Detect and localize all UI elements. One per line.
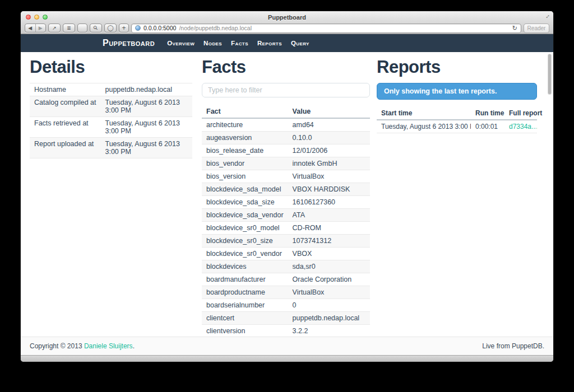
fact-row: bios_release_date 12/01/2006: [202, 144, 370, 157]
refresh-icon[interactable]: ↻: [512, 25, 517, 32]
details-title: Details: [30, 58, 192, 77]
page-footer: Copyright © 2013 Daniele Sluijters. Live…: [21, 337, 553, 355]
fact-value: 0: [288, 299, 370, 312]
facts-section: Facts Fact Value architecture amd64: [202, 58, 370, 337]
fact-name: boardserialnumber: [202, 299, 288, 312]
details-row: Catalog compiled at Tuesday, August 6 20…: [30, 96, 192, 117]
fact-row: architecture amd64: [202, 118, 370, 132]
reports-section: Reports Only showing the last ten report…: [377, 58, 537, 133]
fact-value: amd64: [288, 118, 370, 132]
forward-button[interactable]: ▶: [36, 24, 46, 32]
details-label: Catalog compiled at: [30, 96, 100, 117]
reading-list-icon: ≣: [67, 24, 71, 32]
back-icon: ◀: [28, 24, 32, 32]
fact-value: ATA: [288, 209, 370, 222]
fact-name: bios_release_date: [202, 144, 288, 157]
reports-header-run: Run time: [471, 107, 504, 120]
fact-name: architecture: [202, 118, 288, 132]
details-row: Report uploaded at Tuesday, August 6 201…: [30, 138, 192, 158]
share-icon: ↗: [52, 24, 57, 32]
fact-value: 1073741312: [288, 235, 370, 248]
traffic-lights: [26, 15, 48, 20]
plus-icon: +: [122, 24, 126, 32]
nav-button-cluster: ◀ ▶: [25, 24, 46, 32]
fact-name: bios_vendor: [202, 157, 288, 170]
facts-title: Facts: [202, 58, 370, 77]
author-link[interactable]: Daniele Sluijters: [84, 342, 133, 350]
fact-name: blockdevice_sr0_vendor: [202, 248, 288, 260]
navbar-item[interactable]: Facts: [226, 40, 253, 46]
fact-name: blockdevice_sr0_size: [202, 235, 288, 248]
browser-window: Puppetboard ↔ ◀ ▶ ↗ ≣ ⚲ ◯ + 0.0.0.0:5000…: [21, 11, 553, 362]
fact-value: Oracle Corporation: [288, 273, 370, 286]
report-start-time: Tuesday, August 6 2013 3:00 PM: [377, 120, 471, 133]
address-bar[interactable]: 0.0.0.0:5000 /node/puppetdb.nedap.local …: [131, 24, 521, 33]
reports-table: Start time Run time Full report Tuesday,…: [377, 107, 537, 133]
fact-row: clientcert puppetdb.nedap.local: [202, 312, 370, 325]
fact-value: puppetdb.nedap.local: [288, 312, 370, 325]
share-button[interactable]: ↗: [48, 24, 61, 32]
details-value: Tuesday, August 6 2013 3:00 PM: [100, 117, 192, 138]
reader-button[interactable]: Reader: [524, 24, 549, 33]
ring-icon: ◯: [107, 24, 113, 32]
fact-name: boardmanufacturer: [202, 273, 288, 286]
fact-row: blockdevice_sda_vendor ATA: [202, 209, 370, 222]
fact-row: bios_vendor innotek GmbH: [202, 157, 370, 170]
keychain-button[interactable]: ⚲: [90, 24, 102, 32]
details-row: Hostname puppetdb.nedap.local: [30, 83, 192, 96]
fact-value: 0.10.0: [288, 132, 370, 144]
details-label: Facts retrieved at: [30, 117, 100, 138]
fact-row: boardmanufacturer Oracle Corporation: [202, 273, 370, 286]
url-host: 0.0.0.0:5000: [144, 25, 176, 31]
navbar-brand[interactable]: Puppetboard: [103, 38, 155, 48]
navbar-item[interactable]: Overview: [163, 40, 199, 46]
fact-row: boardserialnumber 0: [202, 299, 370, 312]
browser-chrome: Puppetboard ↔ ◀ ▶ ↗ ≣ ⚲ ◯ + 0.0.0.0:5000…: [21, 11, 553, 34]
fact-name: blockdevice_sda_model: [202, 183, 288, 196]
report-link[interactable]: d7334a…: [509, 123, 537, 130]
details-section: Details Hostname puppetdb.nedap.local Ca…: [30, 58, 192, 158]
fact-row: blockdevice_sda_model VBOX HARDDISK: [202, 183, 370, 196]
window-title: Puppetboard: [21, 11, 553, 21]
new-tab-button[interactable]: +: [119, 24, 129, 32]
fact-value: innotek GmbH: [288, 157, 370, 170]
facts-header-fact: Fact: [202, 105, 288, 118]
fact-value: VBOX: [288, 248, 370, 260]
fact-value: 3.2.2: [288, 325, 370, 337]
reports-title: Reports: [377, 58, 537, 77]
facts-filter-input[interactable]: [202, 83, 370, 97]
fact-value: 12/01/2006: [288, 144, 370, 157]
extension-button[interactable]: ◯: [104, 24, 117, 32]
fact-row: boardproductname VirtualBox: [202, 286, 370, 299]
main-content: Details Hostname puppetdb.nedap.local Ca…: [21, 52, 553, 337]
fact-row: bios_version VirtualBox: [202, 170, 370, 183]
navbar-item[interactable]: Query: [286, 40, 314, 46]
fact-name: boardproductname: [202, 286, 288, 299]
fact-value: VBOX HARDDISK: [288, 183, 370, 196]
navbar-item[interactable]: Nodes: [199, 40, 226, 46]
report-run-time: 0:00:01: [471, 120, 504, 133]
fact-name: blockdevice_sr0_model: [202, 222, 288, 235]
fact-row: clientversion 3.2.2: [202, 325, 370, 337]
copyright-text: Copyright © 2013: [30, 342, 84, 350]
scrollbar-thumb[interactable]: [548, 54, 552, 95]
reports-header-full: Full report: [504, 107, 537, 120]
blank-toolbar-button[interactable]: [77, 24, 87, 32]
fact-row: blockdevice_sr0_model CD-ROM: [202, 222, 370, 235]
window-status-bar: [21, 355, 553, 362]
footer-source: Live from PuppetDB.: [482, 342, 544, 350]
details-label: Hostname: [30, 83, 100, 96]
minimize-window-button[interactable]: [34, 15, 39, 20]
zoom-window-button[interactable]: [43, 15, 48, 20]
details-value: Tuesday, August 6 2013 3:00 PM: [100, 96, 192, 117]
fact-value: VirtualBox: [288, 170, 370, 183]
reading-list-button[interactable]: ≣: [63, 24, 75, 32]
browser-toolbar: ◀ ▶ ↗ ≣ ⚲ ◯ + 0.0.0.0:5000 /node/puppetd…: [25, 23, 549, 33]
close-window-button[interactable]: [26, 15, 31, 20]
fact-name: blockdevices: [202, 260, 288, 273]
back-button[interactable]: ◀: [25, 24, 36, 32]
footer-copyright: Copyright © 2013 Daniele Sluijters.: [30, 342, 135, 350]
fact-row: blockdevice_sr0_vendor VBOX: [202, 248, 370, 260]
navbar-item[interactable]: Reports: [253, 40, 286, 46]
details-label: Report uploaded at: [30, 138, 100, 158]
